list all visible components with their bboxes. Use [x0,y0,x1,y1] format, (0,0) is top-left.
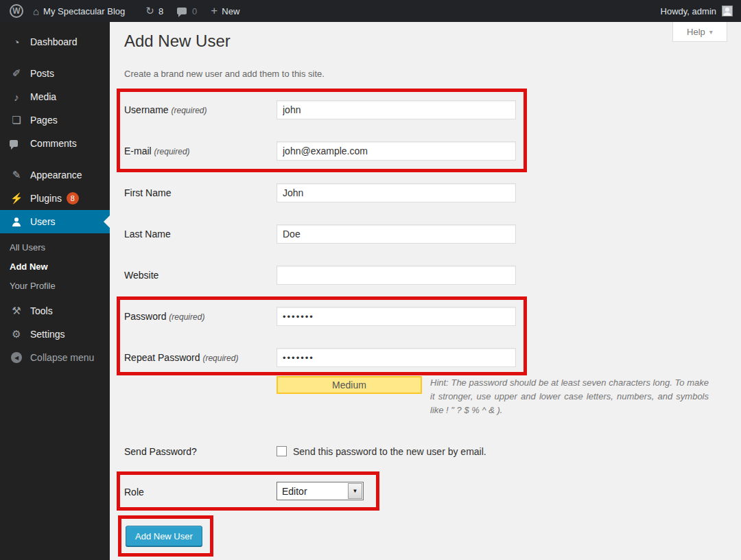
sidebar-item-settings[interactable]: ⚙ Settings [0,323,110,346]
appearance-brush-icon: ✎ [10,169,23,181]
password-field[interactable] [277,307,516,326]
site-name: My Spectacular Blog [43,6,125,16]
page-description: Create a brand new user and add them to … [124,69,325,79]
send-password-checkbox[interactable] [277,446,287,456]
website-label: Website [124,270,272,281]
first-name-label: First Name [124,187,272,198]
collapse-arrow-icon: ◀ [10,352,23,363]
sidebar-item-label: Appearance [30,170,82,180]
repeat-password-field[interactable] [277,348,516,367]
new-label: New [222,6,239,16]
home-icon: ⌂ [33,5,39,17]
page-title: Add New User [124,32,231,51]
password-label: Password (required) [124,311,272,322]
email-field[interactable] [277,141,516,161]
first-name-field[interactable] [277,183,516,202]
avatar[interactable] [722,5,733,16]
sidebar-item-label: Settings [30,329,65,340]
password-hint-text: Hint: The password should be at least se… [430,377,709,415]
updates-count: 8 [158,6,163,16]
submenu-item-label: Add New [10,261,48,272]
sidebar-item-label: Users [30,216,56,227]
sidebar-item-label: Tools [30,305,53,316]
admin-bar: W ⌂ My Spectacular Blog ↻ 8 0 + New Howd… [0,0,741,22]
sidebar-item-comments[interactable]: Comments [0,132,110,155]
sidebar-item-label: Collapse menu [30,352,94,363]
required-note: (required) [154,147,190,156]
comments-count: 0 [192,6,197,16]
select-dropdown-button[interactable]: ▼ [348,483,362,499]
required-note: (required) [171,106,207,115]
settings-sliders-icon: ⚙ [10,328,23,340]
howdy-account-link[interactable]: Howdy, admin [661,6,716,16]
submenu-item-all-users[interactable]: All Users [0,237,110,257]
media-icon: ♪ [10,91,23,103]
email-label: E-mail (required) [124,145,272,156]
help-label: Help [687,27,705,37]
role-select[interactable]: Editor ▼ [277,482,364,500]
sidebar-item-plugins[interactable]: ⚡ Plugins 8 [0,187,110,210]
tools-wrench-icon: ⚒ [10,305,23,317]
updates-link[interactable]: ↻ 8 [145,5,163,17]
sidebar-item-appearance[interactable]: ✎ Appearance [0,163,110,187]
required-note: (required) [202,353,238,363]
wp-logo-menu[interactable]: W [10,4,23,18]
sidebar-item-label: Plugins [30,193,62,204]
dashboard-icon: ◔ [10,36,23,48]
comments-link[interactable]: 0 [177,6,197,16]
admin-sidebar: ◔ Dashboard ✐ Posts ♪ Media ❏ Pages Comm… [0,22,110,560]
posts-pushpin-icon: ✐ [10,67,23,80]
plugins-update-badge: 8 [67,192,79,205]
add-new-user-button[interactable]: Add New User [126,526,202,546]
updates-icon: ↻ [145,5,154,17]
last-name-field[interactable] [277,224,516,244]
menu-separator [0,54,110,62]
sidebar-item-dashboard[interactable]: ◔ Dashboard [0,30,110,54]
submenu-item-label: All Users [10,242,45,253]
new-content-link[interactable]: + New [211,4,239,18]
chevron-down-icon: ▾ [709,28,713,36]
pages-icon: ❏ [10,114,23,126]
strength-meter-wrap: Medium [277,376,430,408]
sidebar-item-label: Pages [30,115,58,126]
username-field[interactable] [277,100,516,119]
send-password-label: Send Password? [124,446,272,457]
plugins-plug-icon: ⚡ [10,192,23,205]
role-selected-value: Editor [277,486,348,497]
users-submenu: All Users Add New Your Profile [0,233,110,299]
sidebar-item-label: Posts [30,68,54,79]
submenu-item-your-profile[interactable]: Your Profile [0,276,110,295]
sidebar-item-label: Media [30,91,56,102]
comment-bubble-icon [177,8,187,14]
sidebar-item-tools[interactable]: ⚒ Tools [0,299,110,323]
menu-separator [0,155,110,163]
chevron-down-icon: ▼ [353,488,358,494]
username-label: Username (required) [124,104,272,115]
password-hint-block: Medium Hint: The password should be at l… [277,376,709,417]
sidebar-item-posts[interactable]: ✐ Posts [0,62,110,85]
sidebar-item-collapse-menu[interactable]: ◀ Collapse menu [0,346,110,369]
submenu-item-label: Your Profile [10,281,56,291]
website-field[interactable] [277,266,516,285]
sidebar-item-media[interactable]: ♪ Media [0,85,110,108]
required-note: (required) [169,312,204,322]
sidebar-item-label: Dashboard [30,36,78,47]
repeat-password-label: Repeat Password (required) [124,352,272,363]
submenu-item-add-new[interactable]: Add New [0,257,110,276]
help-button[interactable]: Help ▾ [672,22,727,42]
sidebar-item-label: Comments [30,138,77,149]
sidebar-item-pages[interactable]: ❏ Pages [0,108,110,132]
send-password-checkbox-label: Send this password to the new user by em… [293,446,486,457]
wordpress-logo-icon: W [10,4,23,18]
role-label: Role [124,487,272,498]
site-name-link[interactable]: ⌂ My Spectacular Blog [33,5,125,17]
comments-bubble-icon [10,140,23,147]
plus-icon: + [211,4,217,18]
users-person-icon [10,218,23,226]
last-name-label: Last Name [124,229,272,240]
sidebar-item-users[interactable]: Users [0,210,110,233]
password-strength-meter: Medium [277,376,422,394]
